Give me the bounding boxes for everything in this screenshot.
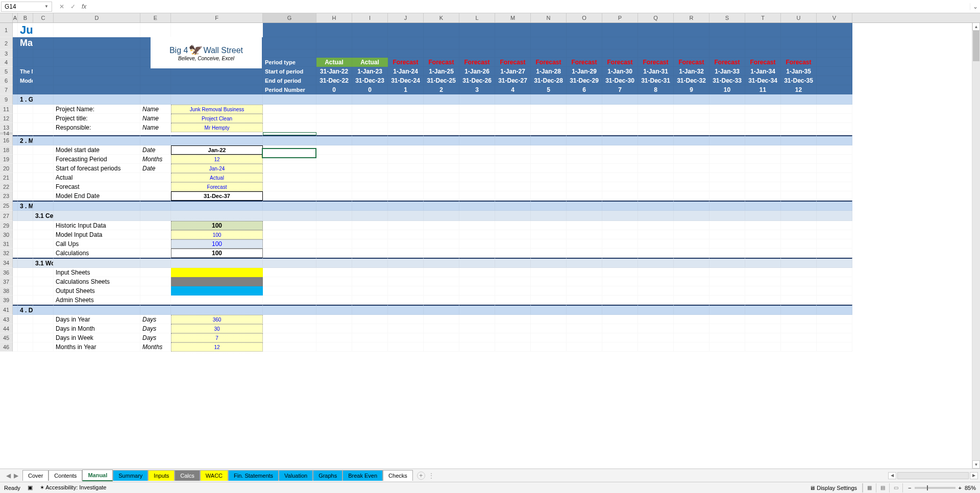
cell[interactable]	[171, 76, 263, 85]
cell[interactable]	[567, 145, 602, 155]
cell[interactable]	[495, 277, 531, 286]
cell[interactable]	[13, 305, 18, 315]
cell[interactable]	[140, 249, 171, 258]
cell[interactable]	[459, 114, 495, 123]
row-header[interactable]: 9	[0, 94, 13, 105]
view-page-layout-icon[interactable]: ▤	[876, 483, 889, 492]
cell[interactable]	[140, 258, 171, 268]
cell[interactable]	[674, 277, 709, 286]
cell[interactable]	[709, 324, 745, 333]
cell[interactable]: 3.1 Worksheets / Tabs Color Coding	[33, 258, 54, 268]
cell[interactable]	[781, 249, 817, 258]
cell[interactable]: 1-Jan-34	[745, 67, 781, 76]
cell[interactable]	[638, 305, 674, 315]
cell[interactable]	[388, 182, 424, 191]
cell[interactable]	[388, 164, 424, 173]
cell[interactable]	[817, 145, 852, 155]
cell[interactable]	[263, 249, 316, 258]
cell[interactable]: 10	[709, 85, 745, 94]
cell[interactable]	[567, 164, 602, 173]
cell[interactable]	[459, 249, 495, 258]
cell[interactable]	[602, 105, 638, 114]
cell[interactable]: 1-Jan-27	[495, 67, 531, 76]
cell[interactable]	[495, 239, 531, 249]
cell[interactable]	[781, 342, 817, 352]
cell[interactable]: Responsible:	[54, 123, 140, 132]
tab-menu-icon[interactable]: ⋮	[428, 472, 434, 479]
cell[interactable]	[674, 221, 709, 230]
cell[interactable]	[709, 211, 745, 221]
cell[interactable]	[709, 173, 745, 182]
cell[interactable]: Forecast	[388, 58, 424, 67]
cell[interactable]	[531, 258, 567, 268]
cell[interactable]	[567, 135, 602, 145]
cell[interactable]: Model start date	[54, 145, 140, 155]
cell[interactable]	[13, 114, 18, 123]
cell[interactable]	[745, 123, 781, 132]
cell[interactable]	[18, 182, 33, 191]
cell[interactable]	[602, 145, 638, 155]
cell[interactable]	[33, 164, 54, 173]
cell[interactable]	[567, 249, 602, 258]
cell[interactable]	[674, 164, 709, 173]
row-header[interactable]: 38	[0, 286, 13, 295]
cell[interactable]	[602, 268, 638, 277]
cell[interactable]	[781, 286, 817, 295]
cell[interactable]	[602, 258, 638, 268]
cell[interactable]	[567, 295, 602, 305]
cell[interactable]	[495, 23, 531, 37]
cell[interactable]	[817, 239, 852, 249]
cell[interactable]	[531, 268, 567, 277]
cell[interactable]	[567, 211, 602, 221]
cell[interactable]: 1-Jan-26	[459, 67, 495, 76]
tab-valuation[interactable]: Valuation	[279, 470, 313, 481]
cell[interactable]: Days in Week	[54, 333, 140, 342]
cell[interactable]	[567, 258, 602, 268]
cell[interactable]	[140, 173, 171, 182]
cell[interactable]	[709, 342, 745, 352]
cell[interactable]	[638, 221, 674, 230]
cell[interactable]	[709, 182, 745, 191]
cell[interactable]	[13, 145, 18, 155]
cell[interactable]	[745, 295, 781, 305]
row-header[interactable]: 19	[0, 155, 13, 164]
cell[interactable]	[781, 182, 817, 191]
cell[interactable]	[140, 305, 171, 315]
cell[interactable]	[33, 50, 54, 58]
cell[interactable]: Days	[140, 333, 171, 342]
cell[interactable]	[316, 221, 352, 230]
cell[interactable]	[638, 37, 674, 50]
cell[interactable]	[13, 258, 18, 268]
cell[interactable]	[495, 324, 531, 333]
cell[interactable]	[781, 173, 817, 182]
cell[interactable]	[781, 145, 817, 155]
cell[interactable]	[602, 50, 638, 58]
cell[interactable]	[18, 173, 33, 182]
cell[interactable]	[602, 201, 638, 211]
cell[interactable]	[33, 333, 54, 342]
cell[interactable]	[459, 191, 495, 201]
cell[interactable]	[745, 135, 781, 145]
cell[interactable]	[352, 258, 388, 268]
cell[interactable]: Project title:	[54, 114, 140, 123]
cell[interactable]	[781, 135, 817, 145]
cell[interactable]	[459, 37, 495, 50]
cell[interactable]	[567, 305, 602, 315]
cell[interactable]: 12	[781, 85, 817, 94]
cell[interactable]	[424, 201, 459, 211]
cell[interactable]: Mr Hempty	[171, 123, 263, 132]
cell[interactable]	[18, 249, 33, 258]
formula-expand-icon[interactable]: ⌄	[970, 3, 980, 10]
cell[interactable]	[263, 221, 316, 230]
cell[interactable]	[263, 23, 316, 37]
cell[interactable]: Model Input Data	[54, 230, 140, 239]
cell[interactable]	[638, 105, 674, 114]
cell[interactable]: Forecast	[781, 58, 817, 67]
cell[interactable]	[567, 342, 602, 352]
cell[interactable]: 31-Dec-37	[171, 191, 263, 201]
row-header[interactable]: 5	[0, 67, 13, 76]
cell[interactable]: 9	[674, 85, 709, 94]
cell[interactable]	[171, 201, 263, 211]
cell[interactable]	[33, 135, 54, 145]
cell[interactable]	[13, 191, 18, 201]
